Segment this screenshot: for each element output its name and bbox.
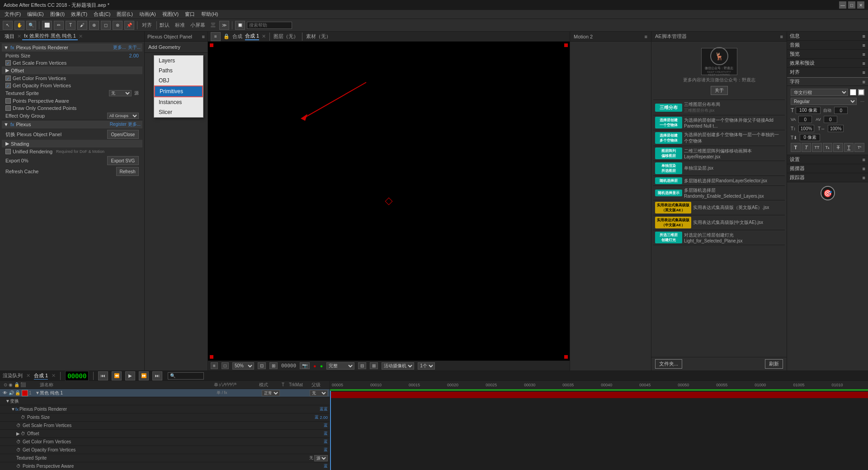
layer-selector[interactable]: 图层（无）	[274, 33, 298, 40]
tool-puppet[interactable]: 📌	[124, 21, 134, 30]
font-select[interactable]: 华文行楷	[791, 89, 848, 96]
shading-header[interactable]: ▶ Shading	[2, 140, 142, 147]
scale-vertices-checkbox[interactable]	[5, 60, 11, 66]
pp-value[interactable]: 蓝	[324, 463, 328, 469]
char-section-header[interactable]: 字符 ≡	[787, 77, 868, 86]
script-card-6[interactable]: 随机选择显示 多层随机选择层Randomly_Enable_Selected_L…	[653, 186, 785, 200]
effect-offset-header[interactable]: ▶ Offset	[2, 66, 142, 74]
horiz-scale-input[interactable]	[828, 125, 844, 132]
plexus-row-link[interactable]: 蓝	[320, 406, 324, 412]
font-style-select[interactable]: Regular	[791, 98, 857, 105]
align-section-header[interactable]: 对齐 ≡	[787, 68, 868, 77]
tool-clone[interactable]: ⊕	[89, 21, 99, 30]
maximize-button[interactable]: □	[848, 1, 855, 9]
material-selector[interactable]: 素材（无）	[306, 33, 331, 40]
gs-stopwatch[interactable]: ⏱	[16, 423, 21, 428]
layer-bar-1[interactable]	[330, 392, 868, 398]
font-stroke-swatch[interactable]	[858, 89, 864, 95]
layer-row-perspective[interactable]: ⏱ Points Perspective Aware 蓝	[0, 462, 330, 470]
script-card-9[interactable]: 所选三维层创建灯光 对选定的三维层创建灯光Light_for_Selected_…	[653, 230, 785, 245]
dropdown-obj[interactable]: OBJ	[154, 76, 203, 85]
tool-roto[interactable]: ⊗	[113, 21, 123, 30]
project-tab[interactable]: 项目	[3, 33, 16, 40]
layer-parent-1[interactable]: 无	[310, 390, 328, 396]
points-size-value[interactable]: 2.00	[129, 53, 139, 58]
menu-effects[interactable]: 效果(T)	[68, 10, 90, 19]
go-value[interactable]: 蓝	[324, 447, 328, 453]
tracker-section-header[interactable]: 跟踪器 ≡	[787, 173, 868, 182]
menu-file[interactable]: 文件(F)	[2, 10, 24, 19]
info-section-header[interactable]: 信息 ≡	[787, 32, 868, 41]
menu-help[interactable]: 帮助(H)	[198, 10, 221, 19]
offset-stopwatch[interactable]: ⏱	[21, 431, 25, 436]
menu-view[interactable]: 视图(V)	[160, 10, 182, 19]
tool-text[interactable]: T	[66, 21, 75, 30]
minimize-button[interactable]: —	[839, 1, 846, 9]
layer-row-transform[interactable]: ▼ 变换	[0, 397, 330, 405]
vf-3d-btn[interactable]: ⊞	[370, 362, 378, 369]
menu-image[interactable]: 图像(I)	[47, 10, 67, 19]
settings-section-header[interactable]: 设置 ≡	[787, 155, 868, 164]
vf-safe-btn[interactable]: ⊞	[269, 362, 278, 369]
gs-value[interactable]: 蓝	[324, 423, 328, 428]
effect-plexus-header[interactable]: ▼ fx Plexus Register 更多...	[2, 120, 142, 128]
pp-stopwatch[interactable]: ⏱	[16, 464, 21, 469]
style-sub[interactable]: T₁	[823, 143, 833, 152]
search-input[interactable]	[247, 22, 292, 29]
compose1-close[interactable]: ✕	[262, 33, 266, 39]
vf-snap-btn[interactable]: 📷	[300, 362, 310, 369]
script-card-7[interactable]: 实用表达式集高级版（英文版AE） 实用表达式集高级版（英文版AE）.jsx	[653, 200, 785, 215]
layer-row-color[interactable]: ⏱ Get Color From Vertices 蓝	[0, 438, 330, 446]
refresh-btn[interactable]: Refresh	[116, 167, 139, 176]
vf-grid-btn[interactable]: ⊟	[358, 362, 366, 369]
script-about-btn[interactable]: 关于	[711, 86, 728, 95]
group-select[interactable]: All Groups	[107, 113, 139, 119]
time-display[interactable]: 00000	[65, 371, 89, 381]
tool-eraser[interactable]: ◻	[101, 21, 111, 30]
layer-row-opacity[interactable]: ⏱ Get Opacity From Vertices 蓝	[0, 446, 330, 454]
plexus-row-link2[interactable]: 蓝	[324, 406, 328, 412]
script-refresh-btn[interactable]: 刷新	[765, 359, 783, 369]
perspective-checkbox[interactable]	[5, 98, 11, 104]
export-svg-btn[interactable]: Export SVG	[107, 156, 139, 165]
plexus-row-expand[interactable]: ▼	[11, 407, 15, 412]
offset-value[interactable]: 蓝	[324, 431, 328, 437]
tl-transport-next[interactable]: ⏩	[139, 371, 149, 380]
vf-fit-btn[interactable]: ⊡	[258, 362, 266, 369]
leading-input[interactable]	[834, 107, 848, 114]
search-btn[interactable]: 🔲	[235, 21, 245, 30]
gc-stopwatch[interactable]: ⏱	[16, 439, 21, 444]
script-card-4[interactable]: 单独渲染所选图层 单独渲染层.jsx	[653, 161, 785, 176]
menu-animate[interactable]: 动画(A)	[137, 10, 159, 19]
go-stopwatch[interactable]: ⏱	[16, 447, 21, 452]
opacity-checkbox[interactable]	[5, 83, 11, 88]
layer-mode-1[interactable]: 正常	[262, 390, 280, 396]
view-select[interactable]: 1个 2个	[418, 362, 435, 370]
menu-compose[interactable]: 合成(C)	[91, 10, 113, 19]
layer-vis-icon[interactable]: 👁	[2, 390, 8, 395]
camera-select[interactable]: 活动摄像机	[382, 362, 414, 370]
base-shift-input[interactable]	[800, 134, 820, 141]
quality-select[interactable]: 完整 半 三分之一	[326, 362, 354, 370]
vf-menu-btn[interactable]: ≡	[211, 362, 218, 369]
style-T1[interactable]: T	[791, 143, 801, 152]
about-link[interactable]: 关于...	[128, 44, 141, 51]
style-T4[interactable]: T	[844, 143, 854, 152]
layer-row-offset[interactable]: ▶ ⏱ Offset 蓝	[0, 430, 330, 438]
tool-select[interactable]: ↖	[3, 21, 13, 30]
dropdown-slicer[interactable]: Slicer	[154, 107, 203, 117]
tl-transport-start[interactable]: ⏮	[98, 371, 108, 380]
style-T3[interactable]: T	[833, 143, 843, 152]
script-card-3[interactable]: 图层阵列偏移图层 二维三维图层阵列偏移移动画脚本 LayerRepeater.j…	[653, 146, 785, 161]
render-queue-tab[interactable]: 渲染队列	[3, 372, 23, 379]
script-card-1[interactable]: 选择层创建一个空物体 为选择的层创建一个空物体并做父子链接Add Parente…	[653, 115, 785, 130]
style-TT[interactable]: TT	[812, 143, 822, 152]
layer-row-plexus[interactable]: ▼ fx Plexus Points Renderer 蓝 蓝	[0, 405, 330, 413]
folder-btn[interactable]: 文件夹...	[655, 359, 682, 369]
dropdown-instances[interactable]: Instances	[154, 97, 203, 107]
kerning-input[interactable]	[798, 116, 812, 123]
wiggle-section-header[interactable]: 摇摆器 ≡	[787, 164, 868, 173]
tool-pen[interactable]: ✏	[54, 21, 64, 30]
color-checkbox[interactable]	[5, 76, 11, 81]
connected-checkbox[interactable]	[5, 105, 11, 111]
